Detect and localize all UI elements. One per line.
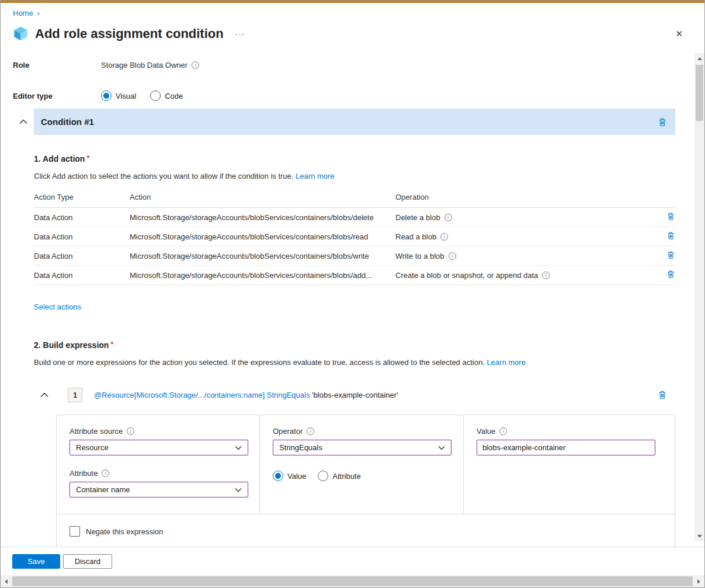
radio-unselected-icon [318,471,328,481]
table-row: Data Action Microsoft.Storage/storageAcc… [34,266,675,285]
add-action-description-text: Click Add action to select the actions y… [34,172,293,180]
editor-type-radio-group: Visual Code [101,91,183,101]
value-column: Value i [463,415,675,514]
action-cell: Microsoft.Storage/storageAccounts/blobSe… [130,266,395,285]
info-icon: i [307,427,314,435]
info-icon: i [444,214,452,221]
add-role-assignment-condition-page: Home› Add role assignment condition ··· … [0,0,705,588]
expression-operator-text: StringEquals [267,391,310,399]
action-type-cell: Data Action [34,246,130,266]
build-expression-heading: 2. Build expression* [34,340,675,350]
column-header-action: Action [130,188,395,208]
trash-icon [658,390,667,399]
negate-expression-label: Negate this expression [86,527,163,536]
operation-cell: Read a blob [395,232,436,241]
operator-dropdown[interactable]: StringEquals [273,440,452,455]
operation-cell: Write to a blob [395,252,444,260]
info-icon: i [449,252,456,260]
chevron-down-icon [235,446,242,450]
chevron-down-icon [438,446,445,450]
delete-action-button[interactable] [666,231,675,240]
trash-icon [658,117,667,127]
add-action-description: Click Add action to select the actions y… [34,172,675,181]
breadcrumb: Home› [1,3,704,18]
expression-summary-row: 1 @Resource[Microsoft.Storage/.../contai… [34,387,675,402]
horizontal-scrollbar-thumb[interactable] [12,576,693,586]
mode-attribute-label: Attribute [332,472,360,481]
info-icon: i [127,427,134,435]
actions-table-header-row: Action Type Action Operation [34,188,675,208]
condition-collapse-button[interactable] [12,119,34,124]
info-icon: i [542,272,550,279]
condition-delete-button[interactable] [658,117,667,127]
build-expression-learn-more-link[interactable]: Learn more [487,358,525,367]
chevron-up-icon [19,119,27,124]
expression-collapse-button[interactable] [40,392,48,398]
mode-value-radio[interactable]: Value [273,471,306,481]
role-label: Role [13,61,101,69]
breadcrumb-home-link[interactable]: Home [13,9,33,18]
select-actions-link[interactable]: Select actions [34,302,81,311]
discard-button[interactable]: Discard [63,554,112,569]
role-value: Storage Blob Data Owner [101,61,187,69]
column-header-action-type: Action Type [34,188,130,208]
expression-builder-grid: Attribute source i Resource Attribute i … [57,415,675,514]
radio-unselected-icon [150,91,161,101]
negate-expression-row: Negate this expression [57,514,675,537]
editor-type-label: Editor type [13,92,101,100]
column-header-delete [652,188,675,208]
table-row: Data Action Microsoft.Storage/storageAcc… [34,227,675,246]
attribute-source-dropdown[interactable]: Resource [70,440,248,455]
expression-builder-panel: Attribute source i Resource Attribute i … [56,415,675,550]
mode-value-label: Value [287,472,306,481]
chevron-down-icon [235,488,242,492]
horizontal-scrollbar-track[interactable] [12,575,693,587]
scroll-left-arrow-icon[interactable] [1,575,12,587]
scroll-down-arrow-icon[interactable] [694,531,704,541]
delete-action-button[interactable] [666,212,675,221]
scroll-up-arrow-icon[interactable] [694,53,704,64]
radio-selected-icon [273,471,283,481]
close-icon[interactable]: ✕ [673,27,685,40]
attribute-label: Attribute [70,469,98,478]
scroll-right-arrow-icon[interactable] [693,575,704,587]
info-icon: i [102,469,109,477]
table-row: Data Action Microsoft.Storage/storageAcc… [34,246,675,266]
delete-action-button[interactable] [666,250,675,259]
vertical-scrollbar[interactable] [694,53,704,541]
expression-value-text: 'blobs-example-container' [312,391,398,399]
title-row: Add role assignment condition ··· ✕ [1,18,704,43]
delete-action-button[interactable] [666,270,675,279]
required-mark: * [110,340,113,349]
add-action-heading-text: 1. Add action [34,154,85,163]
attribute-value: Container name [76,485,130,494]
negate-expression-checkbox[interactable] [70,526,80,537]
action-cell: Microsoft.Storage/storageAccounts/blobSe… [130,208,395,227]
more-options-icon[interactable]: ··· [235,29,245,39]
expression-index-badge: 1 [68,388,82,402]
radio-selected-icon [101,91,112,101]
info-icon: i [499,427,507,435]
attribute-source-label: Attribute source [70,427,123,436]
operation-cell: Create a blob or snapshot, or append dat… [395,271,538,280]
mode-attribute-radio[interactable]: Attribute [318,471,360,481]
cube-icon [13,26,29,44]
actions-table: Action Type Action Operation Data Action… [34,188,675,285]
attribute-dropdown[interactable]: Container name [70,482,248,497]
attribute-source-value: Resource [76,443,109,452]
breadcrumb-separator-icon: › [37,9,40,18]
delete-expression-button[interactable] [658,390,667,399]
save-button[interactable]: Save [12,554,60,569]
action-cell: Microsoft.Storage/storageAccounts/blobSe… [130,227,395,246]
vertical-scrollbar-track[interactable] [694,64,704,531]
condition-header-bar[interactable]: Condition #1 [34,109,675,135]
editor-type-code-radio[interactable]: Code [150,91,183,101]
vertical-scrollbar-thumb[interactable] [696,65,703,121]
value-mode-radio-group: Value Attribute [273,471,452,481]
add-action-heading: 1. Add action* [34,154,675,163]
horizontal-scrollbar[interactable] [1,575,704,587]
editor-type-visual-radio[interactable]: Visual [101,91,136,101]
value-input[interactable] [477,440,655,455]
editor-type-row: Editor type Visual Code [1,91,704,101]
add-action-learn-more-link[interactable]: Learn more [296,172,334,180]
